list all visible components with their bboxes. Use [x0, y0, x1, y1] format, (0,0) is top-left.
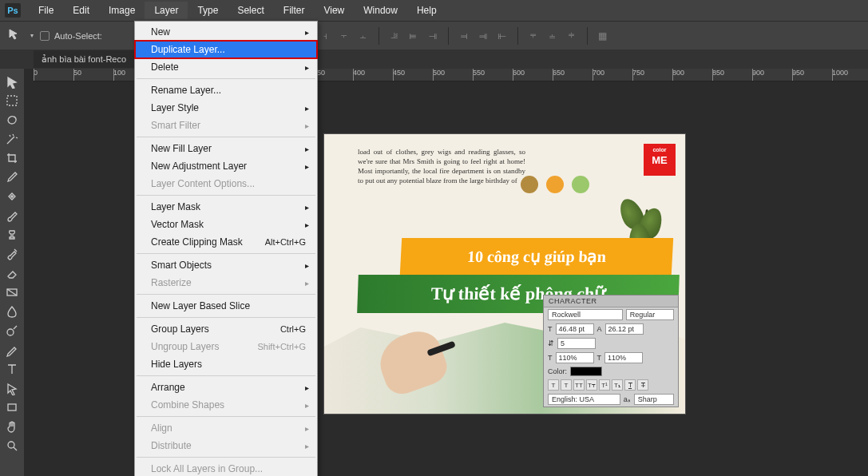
menu-item-rename-layer[interactable]: Rename Layer...: [135, 81, 317, 99]
smallcaps-button[interactable]: Tᴛ: [586, 379, 597, 391]
wand-tool[interactable]: [2, 129, 22, 149]
vscale-field[interactable]: 110%: [556, 352, 594, 363]
menu-item-vector-mask[interactable]: Vector Mask: [135, 216, 317, 233]
menu-select[interactable]: Select: [228, 2, 273, 19]
menu-image[interactable]: Image: [99, 2, 145, 19]
strike-button[interactable]: T̶: [637, 379, 648, 391]
menu-item-new-adjustment-layer[interactable]: New Adjustment Layer: [135, 157, 317, 175]
menu-item-create-clipping-mask[interactable]: Create Clipping MaskAlt+Ctrl+G: [135, 233, 317, 251]
menu-filter[interactable]: Filter: [274, 2, 315, 19]
distribute-h2-icon[interactable]: ⫦: [493, 27, 511, 45]
distribute-v-icon[interactable]: ⫥: [474, 27, 492, 45]
character-panel-tab[interactable]: CHARACTER: [544, 296, 678, 307]
menu-file[interactable]: File: [29, 2, 63, 19]
auto-select-checkbox[interactable]: [40, 31, 50, 41]
menu-item-duplicate-layer[interactable]: Duplicate Layer...: [135, 41, 317, 58]
document-tab[interactable]: ảnh bìa bài font-Reco: [34, 50, 134, 68]
move-tool[interactable]: [2, 72, 22, 91]
eraser-tool[interactable]: [2, 264, 22, 283]
menu-item-arrange[interactable]: Arrange: [135, 379, 317, 396]
auto-select-option[interactable]: Auto-Select:: [40, 31, 102, 41]
menu-item-group-layers[interactable]: Group LayersCtrl+G: [135, 320, 317, 338]
pen-tool[interactable]: [2, 340, 22, 359]
dodge-tool[interactable]: [2, 321, 22, 340]
crop-tool[interactable]: [2, 149, 22, 168]
menu-item-layer-mask[interactable]: Layer Mask: [135, 198, 317, 216]
heal-tool[interactable]: [2, 187, 22, 206]
superscript-button[interactable]: T¹: [599, 379, 610, 391]
gradient-tool[interactable]: [2, 283, 22, 302]
font-style-select[interactable]: Regular: [626, 309, 674, 320]
type-tool[interactable]: [2, 359, 22, 379]
font-size-field[interactable]: 46.48 pt: [556, 323, 594, 335]
hand-tool[interactable]: [2, 417, 22, 436]
zoom-tool[interactable]: [2, 436, 22, 455]
menu-separator: [137, 137, 315, 137]
character-panel[interactable]: CHARACTER Rockwell Regular T 46.48 pt A …: [543, 295, 679, 407]
menu-window[interactable]: Window: [354, 2, 407, 19]
blur-tool[interactable]: [2, 302, 22, 321]
distribute-sp2-icon[interactable]: ⫨: [544, 27, 561, 45]
menu-item-new-layer-based-slice[interactable]: New Layer Based Slice: [135, 297, 317, 315]
menu-item-hide-layers[interactable]: Hide Layers: [135, 355, 317, 373]
menu-item-smart-objects[interactable]: Smart Objects: [135, 256, 317, 274]
menu-type[interactable]: Type: [188, 2, 228, 19]
path-tool[interactable]: [2, 379, 22, 398]
distribute-sp3-icon[interactable]: ⫩: [563, 27, 581, 45]
headline-ribbon-1: 10 công cụ giúp bạn: [400, 238, 673, 275]
ruler-tick: 650: [553, 69, 565, 77]
ruler-tick: 50: [73, 69, 81, 77]
align-right-icon[interactable]: ⫠: [355, 27, 372, 45]
menu-separator: [137, 416, 315, 417]
menu-item-smart-filter: Smart Filter: [135, 117, 317, 134]
antialias-select[interactable]: Sharp: [634, 394, 674, 405]
kerning-field[interactable]: 5: [557, 338, 596, 349]
app-icon: Ps: [5, 3, 21, 18]
allcaps-button[interactable]: TT: [573, 379, 585, 391]
menu-item-layer-style[interactable]: Layer Style: [135, 99, 317, 117]
menu-item-delete[interactable]: Delete: [135, 58, 317, 76]
text-style-buttons: T T TT Tᴛ T¹ T₁ T̲ T̶: [544, 378, 678, 392]
tool-preset-dropdown-icon[interactable]: ▾: [27, 32, 34, 39]
align-center-h-icon[interactable]: ⫟: [335, 27, 353, 45]
options-bar: ▾ Auto-Select: ⫞ ⫟ ⫠ ⫡ ⫢ ⫣ ⫤ ⫥ ⫦ ⫧ ⫨ ⫩ ▦: [0, 21, 868, 50]
align-left-icon[interactable]: ⫞: [316, 27, 334, 45]
menu-item-layer-content-options: Layer Content Options...: [135, 175, 317, 192]
align-center-v-icon[interactable]: ⫢: [405, 27, 422, 45]
move-tool-icon: [8, 28, 21, 43]
menu-item-ungroup-layers: Ungroup LayersShift+Ctrl+G: [135, 338, 317, 355]
eyedrop-tool[interactable]: [2, 168, 22, 187]
brush-tool[interactable]: [2, 206, 22, 225]
subscript-button[interactable]: T₁: [612, 379, 623, 391]
marquee-tool[interactable]: [2, 91, 22, 110]
lasso-tool[interactable]: [2, 110, 22, 129]
menu-item-distribute: Distribute: [135, 437, 317, 454]
menu-layer[interactable]: Layer: [145, 2, 188, 19]
ruler-tick: 450: [393, 69, 405, 77]
shortcut-label: Shift+Ctrl+G: [257, 342, 306, 351]
align-top-icon[interactable]: ⫡: [386, 27, 403, 45]
distribute-h-icon[interactable]: ⫤: [455, 27, 473, 45]
menu-help[interactable]: Help: [407, 2, 446, 19]
ruler-tick: 550: [473, 69, 485, 77]
stamp-tool[interactable]: [2, 225, 22, 244]
menu-separator: [137, 195, 315, 196]
underline-button[interactable]: T̲: [624, 379, 636, 391]
distribute-sp1-icon[interactable]: ⫧: [525, 27, 542, 45]
bold-button[interactable]: T: [548, 379, 559, 391]
color-swatch[interactable]: [570, 367, 602, 376]
menu-edit[interactable]: Edit: [63, 2, 99, 19]
align-bottom-icon[interactable]: ⫣: [424, 27, 442, 45]
language-select[interactable]: English: USA: [548, 394, 620, 405]
font-family-select[interactable]: Rockwell: [548, 309, 623, 320]
menu-view[interactable]: View: [314, 2, 354, 19]
menu-item-new-fill-layer[interactable]: New Fill Layer: [135, 140, 317, 157]
hscale-field[interactable]: 110%: [604, 352, 643, 363]
menu-item-new[interactable]: New: [135, 23, 317, 41]
font-size-icon: T: [548, 325, 553, 333]
leading-field[interactable]: 26.12 pt: [605, 323, 644, 335]
auto-align-icon[interactable]: ▦: [594, 27, 612, 45]
rect-tool[interactable]: [2, 398, 22, 417]
italic-button[interactable]: T: [561, 379, 572, 391]
history-tool[interactable]: [2, 244, 22, 264]
